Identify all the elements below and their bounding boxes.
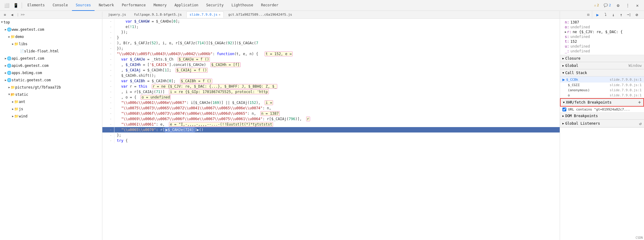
global-section: ▶ Global Window [560, 62, 644, 70]
step-over-btn[interactable]: ⤵ [602, 11, 609, 18]
folder-icon: 📁 [14, 41, 19, 47]
file-tab-fullpage[interactable]: fullpage.9.1.8-bfget5.js [131, 11, 185, 18]
sidebar-item-api-geetest[interactable]: ▶ 🌐 api.geetest.com [0, 55, 102, 62]
file-tab-gct[interactable]: gct.b71a9027509...c6a196424f5.js [225, 11, 295, 18]
step-out-btn[interactable]: ↑ [618, 11, 625, 18]
label: apiv6.geetest.com [11, 63, 48, 69]
show-navigator-btn[interactable]: ≡ [2, 12, 8, 18]
tab-network[interactable]: Network [95, 0, 118, 11]
tab-lighthouse[interactable]: Lighthouse [228, 0, 257, 11]
scope-row-t: t: 152 [565, 39, 642, 44]
more-icon[interactable]: ⋮ [624, 1, 632, 10]
add-xhr-breakpoint-btn[interactable]: + [638, 100, 641, 105]
tab-sources[interactable]: Sources [72, 0, 95, 11]
globe-icon: 🌐 [7, 55, 11, 61]
label: pictures/gt/7bfaaa72b [15, 84, 61, 90]
xhr-bp-checkbox[interactable] [562, 108, 566, 111]
call-stack-header[interactable]: ▼ Call Stack [560, 70, 644, 76]
global-listeners-title: Global Listeners [565, 121, 600, 126]
expand-icon: ▶ [12, 113, 14, 119]
globe-icon: 🌐 [7, 70, 11, 76]
code-line: - }); [102, 46, 560, 51]
code-line: - ), B(r, $_CAFJz(52), i, o, r[$_CAFJz(7… [102, 40, 560, 46]
globe-icon: 🌐 [7, 26, 11, 33]
code-line: - $_CAIHh.shift(); [102, 73, 560, 78]
xhr-bp-label: URL contains "gt=019924a82c7... [568, 108, 630, 111]
xhr-breakpoints-header[interactable]: ▼ XHR/fetch Breakpoints + [560, 98, 644, 107]
scope-row-u: u: undefined [565, 44, 642, 49]
code-line: - var $_CAIBh = $_CAIHh[0]; $_CAIBh = f … [102, 78, 560, 84]
inspect-icon[interactable]: ⬜ [2, 1, 11, 10]
tab-security[interactable]: Security [203, 0, 227, 11]
global-header[interactable]: ▶ Global Window [560, 62, 644, 69]
refresh-listeners-btn[interactable]: ↺ [639, 121, 642, 126]
global-listeners-header[interactable]: ▶ Global Listeners ↺ [560, 120, 644, 127]
scope-body: n: 1387 o: undefined ▶ r: ne {$_CJV: re,… [560, 19, 644, 55]
resume-btn[interactable]: ▶ [594, 11, 601, 18]
sidebar-item-slide-float[interactable]: 📄 slide-float.html [0, 48, 102, 55]
call-stack-item-o[interactable]: o slide.7.9.0.js:1 [560, 93, 644, 98]
dom-breakpoints-header[interactable]: ▶ DOM Breakpoints [560, 113, 644, 120]
label: libs [19, 41, 27, 47]
sub-left: ≡ ◀ | >> [0, 12, 102, 18]
sidebar-item-static-geetest[interactable]: ▶ 🌐 static.geetest.com [0, 76, 102, 84]
code-line: - "\\u0075\\u0073\\u0065\\u0072\\u0041\\… [102, 105, 560, 111]
tab-console[interactable]: Console [49, 0, 72, 11]
tab-recorder[interactable]: Recorder [257, 0, 282, 11]
dom-breakpoints-section: ▶ DOM Breakpoints [560, 113, 644, 120]
sidebar-item-static-folder[interactable]: ▶ 📂 static [0, 91, 102, 98]
code-line-active: - "\\u0065\\u0070": r[▶$_CAHJe(724)]▶() [102, 127, 560, 132]
code-line: - var $_CAHGW = $_CAHDe[0]; [102, 19, 560, 24]
sidebar-item-www-geetest[interactable]: ▶ 🌐 www.geetest.com [0, 26, 102, 33]
code-lines: - var $_CAHGW = $_CAHDe[0]; - e(!1); - }… [102, 19, 560, 143]
closure-title: Closure [565, 56, 580, 61]
code-line: - , i = r[$_CAIAj(71)] i = re {$_GIp: 17… [102, 89, 560, 95]
tab-performance[interactable]: Performance [118, 0, 149, 11]
close-icon[interactable]: ✕ [633, 1, 642, 10]
settings-icon[interactable]: ⚙ [614, 1, 622, 10]
code-line: - "\\u006c\\u0061\\u006e\\u0067": i[$_CA… [102, 100, 560, 105]
call-stack-item-anonymous[interactable]: (anonymous) slide.7.9.0.js:1 [560, 88, 644, 93]
code-line: - } [102, 35, 560, 40]
close-tab-slide[interactable]: ✕ [219, 13, 220, 16]
label: static [15, 92, 28, 98]
closure-header[interactable]: ▶ Closure [560, 55, 644, 62]
file-tree-sidebar: ▶ top ▶ 🌐 www.geetest.com ▶ 📁 demo ▶ 📁 l… [0, 19, 102, 240]
sidebar-item-top[interactable]: ▶ top [0, 19, 102, 26]
tab-elements[interactable]: Elements [24, 0, 48, 11]
device-icon[interactable]: 📱 [11, 1, 20, 10]
format-icon[interactable]: ⊡ [585, 12, 591, 18]
expand-r-icon[interactable]: ▶ [565, 30, 566, 33]
code-panel: - var $_CAHGW = $_CAHDe[0]; - e(!1); - }… [102, 19, 560, 240]
sidebar-item-pictures[interactable]: ▶ 📁 pictures/gt/7bfaaa72b [0, 84, 102, 91]
sidebar-item-apps-bdimg[interactable]: ▶ 🌐 apps.bdimg.com [0, 69, 102, 76]
call-stack-item-cgii[interactable]: $_CGII slide.7.9.0.js:1 [560, 83, 644, 88]
tab-memory[interactable]: Memory [150, 0, 170, 11]
more-tabs-indicator[interactable]: >> [21, 13, 25, 17]
toggle-search-btn[interactable]: ◀ [9, 12, 15, 18]
expand-icon: ▶ [12, 99, 14, 105]
code-scroll[interactable]: - var $_CAHGW = $_CAHDe[0]; - e(!1); - }… [102, 19, 560, 240]
sidebar-item-js[interactable]: ▶ 📁 js [0, 105, 102, 113]
deactivate-btn[interactable]: ⊘ [633, 11, 640, 18]
sub-toolbar: ≡ ◀ | >> jquery.js fullpage.9.1.8-bfget5… [0, 11, 644, 19]
closure-section: ▶ Closure [560, 55, 644, 62]
scope-row-s: s: undefined [565, 34, 642, 39]
scope-section: n: 1387 o: undefined ▶ r: ne {$_CJV: re,… [560, 19, 644, 55]
code-line: - , o = { o = undefined [102, 95, 560, 100]
file-tab-jquery[interactable]: jquery.js [105, 11, 129, 18]
tab-application[interactable]: Application [171, 0, 202, 11]
sidebar-item-wind[interactable]: ▶ 📁 wind [0, 113, 102, 120]
step-btn[interactable]: →| [625, 11, 633, 18]
sidebar-item-ant[interactable]: ▶ 📁 ant [0, 98, 102, 105]
sidebar-item-libs[interactable]: ▶ 📁 libs [0, 40, 102, 48]
file-tab-slide[interactable]: slide.7.9.0.js ✕ [186, 11, 224, 18]
sidebar-item-demo[interactable]: ▶ 📁 demo [0, 33, 102, 40]
warning-badge: ⚠ 2 [592, 3, 601, 8]
global-title: Global [565, 64, 578, 68]
call-stack-item-ccbk[interactable]: ▶ $_CCBk slide.7.9.0.js:1 [560, 76, 644, 83]
xhr-title: XHR/fetch Breakpoints [566, 100, 611, 104]
xhr-bp-item: URL contains "gt=019924a82c7... [560, 107, 644, 112]
sidebar-item-apiv6-geetest[interactable]: ▶ 🌐 apiv6.geetest.com [0, 62, 102, 69]
step-into-btn[interactable]: ↓ [610, 11, 617, 18]
